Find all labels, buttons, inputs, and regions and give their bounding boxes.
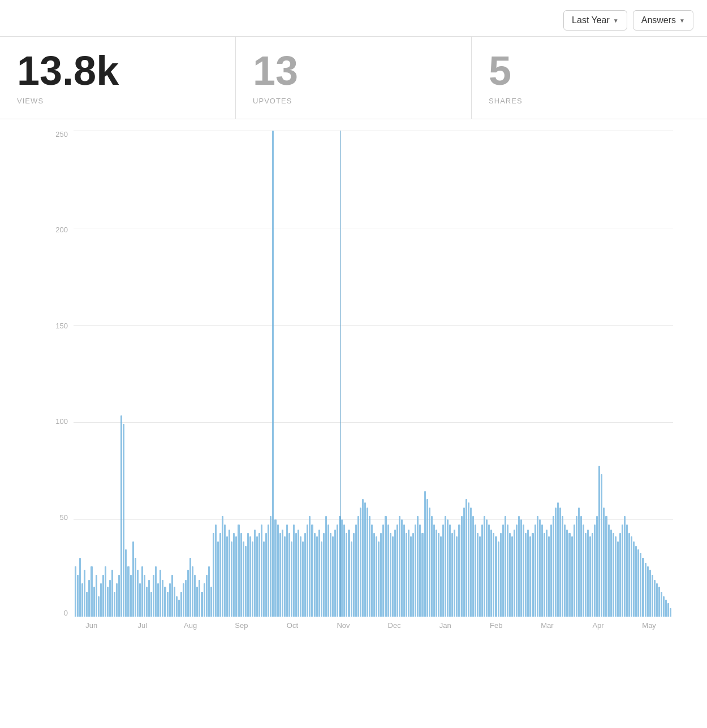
x-axis-label: Sep <box>235 621 248 630</box>
bar <box>376 536 377 617</box>
y-axis-label: 50 <box>60 514 68 521</box>
bar <box>120 415 122 617</box>
bar <box>670 608 671 617</box>
bar <box>125 549 127 617</box>
bar <box>167 592 169 617</box>
bar <box>146 587 148 617</box>
bar <box>187 570 189 617</box>
bar <box>88 580 90 617</box>
bar <box>295 533 297 617</box>
bar <box>327 525 329 617</box>
bar <box>102 575 104 617</box>
bar <box>256 536 258 617</box>
y-axis-label: 100 <box>55 418 68 425</box>
bar <box>505 516 506 617</box>
time-filter-dropdown[interactable]: Last Year ▼ <box>563 10 627 31</box>
bar <box>123 424 124 617</box>
bar <box>213 533 214 617</box>
y-axis: 250200150100500 <box>40 131 74 617</box>
bar <box>585 533 587 617</box>
bar <box>293 525 295 617</box>
bar <box>162 580 163 617</box>
bar <box>449 525 451 617</box>
bar <box>307 525 308 617</box>
bar <box>518 516 520 617</box>
bar <box>254 530 256 617</box>
bar <box>465 499 467 617</box>
bar <box>139 583 141 617</box>
x-axis-label: Aug <box>184 621 197 630</box>
bar <box>229 530 230 617</box>
bar <box>387 525 389 617</box>
x-axis-label: Nov <box>337 621 350 630</box>
bar <box>316 536 318 617</box>
bar <box>265 533 267 617</box>
bar <box>291 541 292 617</box>
bar <box>429 508 430 617</box>
bar <box>534 525 536 617</box>
bar <box>279 533 281 617</box>
bar <box>189 558 191 617</box>
bar <box>472 516 474 617</box>
bar <box>385 516 386 617</box>
bar <box>148 580 150 617</box>
bar <box>353 533 355 617</box>
bar <box>105 566 106 617</box>
bar <box>484 516 485 617</box>
bar <box>79 558 81 617</box>
bar <box>546 530 548 617</box>
bar <box>555 508 557 617</box>
bar <box>194 575 196 617</box>
bar <box>217 541 219 617</box>
bar <box>532 533 533 617</box>
bar <box>153 575 154 617</box>
views-stat: 13.8k VIEWS <box>0 37 236 119</box>
content-filter-dropdown[interactable]: Answers ▼ <box>633 10 693 31</box>
bar <box>249 536 251 617</box>
bar <box>665 600 667 617</box>
bar <box>516 525 518 617</box>
bar <box>118 575 120 617</box>
bar <box>235 536 237 617</box>
bar <box>622 525 623 617</box>
bar <box>222 516 223 617</box>
bar <box>304 533 306 617</box>
bar <box>116 583 118 617</box>
bar <box>201 592 202 617</box>
bar <box>500 533 502 617</box>
bar <box>406 533 407 617</box>
bar <box>493 533 494 617</box>
bar <box>412 533 414 617</box>
x-axis-label: Mar <box>541 621 553 630</box>
bar <box>633 541 635 617</box>
bar <box>174 587 175 617</box>
bar <box>421 533 423 617</box>
bar <box>640 553 641 617</box>
chart-area[interactable]: 250200150100500 JunJulAugSepOctNovDecJan… <box>0 119 707 656</box>
bar <box>527 530 529 617</box>
shares-stat: 5 SHARES <box>472 37 707 119</box>
shares-label: SHARES <box>489 97 690 105</box>
bar <box>426 499 428 617</box>
bar <box>261 525 262 617</box>
bar <box>589 536 591 617</box>
bar <box>656 583 658 617</box>
bar <box>645 563 646 617</box>
bar <box>396 525 398 617</box>
bar <box>539 519 541 617</box>
chart-inner <box>74 131 673 617</box>
bar <box>663 596 665 617</box>
bar <box>277 525 279 617</box>
top-bar: Last Year ▼ Answers ▼ <box>0 0 707 36</box>
bar <box>511 536 513 617</box>
upvotes-stat: 13 UPVOTES <box>236 37 472 119</box>
x-axis-label: Oct <box>287 621 298 630</box>
bar <box>550 525 552 617</box>
bar <box>81 583 83 617</box>
bar <box>637 549 639 617</box>
bar <box>568 533 570 617</box>
x-axis-label: Feb <box>490 621 502 630</box>
bar <box>84 570 85 617</box>
bar <box>647 566 649 617</box>
time-filter-label: Last Year <box>572 15 610 25</box>
